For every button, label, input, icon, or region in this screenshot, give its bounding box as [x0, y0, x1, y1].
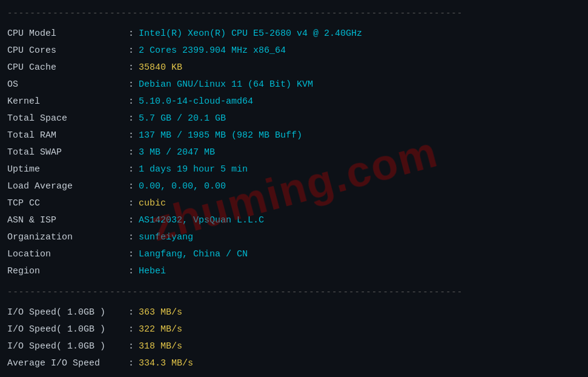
middle-divider: ----------------------------------------…: [0, 284, 588, 301]
row-value: AS142032, VpsQuan L.L.C: [139, 213, 264, 228]
table-row: Total RAM: 137 MB / 1985 MB (982 MB Buff…: [7, 127, 581, 144]
table-row: Organization: sunfeiyang: [7, 229, 581, 246]
row-colon: :: [128, 264, 134, 279]
system-info-section: CPU Model: Intel(R) Xeon(R) CPU E5-2680 …: [0, 23, 588, 282]
row-value: Langfang, China / CN: [139, 247, 248, 262]
table-row: CPU Cores: 2 Cores 2399.904 MHz x86_64: [7, 42, 581, 59]
row-label: I/O Speed( 1.0GB ): [7, 339, 128, 354]
table-row: Uptime: 1 days 19 hour 5 min: [7, 161, 581, 178]
row-colon: :: [128, 247, 134, 262]
row-label: CPU Cores: [7, 44, 128, 58]
table-row: CPU Cache: 35840 KB: [7, 59, 581, 76]
table-row: Region: Hebei: [7, 263, 581, 280]
row-label: Kernel: [7, 95, 128, 109]
row-value: 3 MB / 2047 MB: [139, 145, 215, 160]
row-label: Organization: [7, 230, 128, 245]
row-label: Total RAM: [7, 128, 128, 143]
table-row: CPU Model: Intel(R) Xeon(R) CPU E5-2680 …: [7, 25, 581, 42]
row-colon: :: [128, 61, 134, 75]
row-colon: :: [128, 322, 134, 337]
top-divider: ----------------------------------------…: [0, 5, 588, 22]
row-colon: :: [128, 230, 134, 245]
row-colon: :: [128, 196, 134, 211]
row-value: 5.10.0-14-cloud-amd64: [139, 95, 253, 109]
row-label: Uptime: [7, 162, 128, 177]
row-value: 0.00, 0.00, 0.00: [139, 179, 226, 194]
table-row: OS: Debian GNU/Linux 11 (64 Bit) KVM: [7, 76, 581, 93]
row-colon: :: [128, 213, 134, 228]
table-row: Location: Langfang, China / CN: [7, 246, 581, 263]
row-label: I/O Speed( 1.0GB ): [7, 305, 128, 320]
row-value: cubic: [139, 196, 166, 211]
row-label: Average I/O Speed: [7, 356, 128, 371]
row-value: sunfeiyang: [139, 230, 193, 245]
table-row: Average I/O Speed: 334.3 MB/s: [7, 355, 581, 372]
row-label: ASN & ISP: [7, 213, 128, 228]
table-row: Total SWAP: 3 MB / 2047 MB: [7, 144, 581, 161]
row-value: 322 MB/s: [139, 322, 182, 337]
row-value: 334.3 MB/s: [139, 356, 193, 371]
row-label: I/O Speed( 1.0GB ): [7, 322, 128, 337]
row-label: Total SWAP: [7, 145, 128, 160]
row-colon: :: [128, 27, 134, 41]
row-label: Load Average: [7, 179, 128, 194]
row-label: Total Space: [7, 112, 128, 126]
row-colon: :: [128, 356, 134, 371]
row-value: Debian GNU/Linux 11 (64 Bit) KVM: [139, 78, 313, 92]
row-label: Region: [7, 264, 128, 279]
table-row: I/O Speed( 1.0GB ): 318 MB/s: [7, 338, 581, 355]
row-label: CPU Cache: [7, 61, 128, 75]
row-label: Location: [7, 247, 128, 262]
row-colon: :: [128, 44, 134, 58]
table-row: TCP CC: cubic: [7, 195, 581, 212]
row-value: 137 MB / 1985 MB (982 MB Buff): [139, 128, 302, 143]
row-colon: :: [128, 112, 134, 126]
row-value: 2 Cores 2399.904 MHz x86_64: [139, 44, 286, 58]
row-colon: :: [128, 78, 134, 92]
table-row: ASN & ISP: AS142032, VpsQuan L.L.C: [7, 212, 581, 229]
row-colon: :: [128, 305, 134, 320]
table-row: I/O Speed( 1.0GB ): 363 MB/s: [7, 304, 581, 321]
table-row: Kernel: 5.10.0-14-cloud-amd64: [7, 93, 581, 110]
row-colon: :: [128, 339, 134, 354]
row-value: 35840 KB: [139, 61, 182, 75]
row-colon: :: [128, 162, 134, 177]
row-value: 5.7 GB / 20.1 GB: [139, 112, 226, 126]
row-label: OS: [7, 78, 128, 92]
row-colon: :: [128, 128, 134, 143]
row-colon: :: [128, 179, 134, 194]
table-row: Total Space: 5.7 GB / 20.1 GB: [7, 110, 581, 127]
row-value: 363 MB/s: [139, 305, 182, 320]
table-row: I/O Speed( 1.0GB ): 322 MB/s: [7, 321, 581, 338]
row-label: CPU Model: [7, 27, 128, 41]
row-colon: :: [128, 95, 134, 109]
row-value: Intel(R) Xeon(R) CPU E5-2680 v4 @ 2.40GH…: [139, 27, 362, 41]
row-colon: :: [128, 145, 134, 160]
table-row: Load Average: 0.00, 0.00, 0.00: [7, 178, 581, 195]
row-value: 1 days 19 hour 5 min: [139, 162, 248, 177]
row-value: 318 MB/s: [139, 339, 182, 354]
io-info-section: I/O Speed( 1.0GB ): 363 MB/sI/O Speed( 1…: [0, 302, 588, 375]
row-value: Hebei: [139, 264, 166, 279]
row-label: TCP CC: [7, 196, 128, 211]
